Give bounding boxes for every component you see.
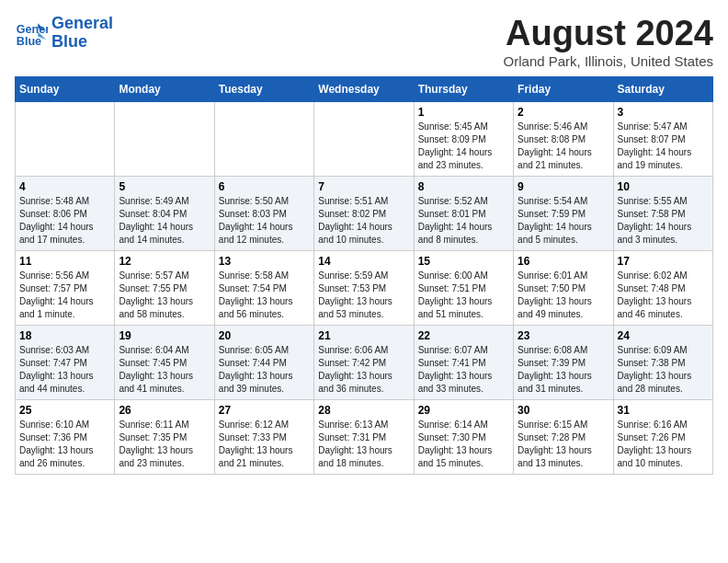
day-info: Sunrise: 5:50 AM Sunset: 8:03 PM Dayligh… [219,195,310,247]
day-number: 17 [618,255,709,268]
calendar-cell: 23Sunrise: 6:08 AM Sunset: 7:39 PM Dayli… [514,325,613,399]
calendar-cell: 6Sunrise: 5:50 AM Sunset: 8:03 PM Daylig… [214,176,313,250]
calendar-cell: 20Sunrise: 6:05 AM Sunset: 7:44 PM Dayli… [214,325,313,399]
calendar-cell [214,101,313,176]
day-number: 5 [119,180,210,193]
logo-icon: General Blue [15,17,48,50]
day-number: 22 [418,329,509,342]
calendar-week-5: 25Sunrise: 6:10 AM Sunset: 7:36 PM Dayli… [16,399,713,474]
day-number: 2 [518,106,609,119]
day-number: 1 [418,106,509,119]
day-number: 29 [418,404,509,417]
calendar-cell: 5Sunrise: 5:49 AM Sunset: 8:04 PM Daylig… [115,176,214,250]
col-header-friday: Friday [514,76,613,101]
calendar-cell: 13Sunrise: 5:58 AM Sunset: 7:54 PM Dayli… [214,250,313,325]
day-info: Sunrise: 6:06 AM Sunset: 7:42 PM Dayligh… [318,344,409,396]
day-number: 15 [418,255,509,268]
col-header-monday: Monday [115,76,214,101]
day-number: 20 [219,329,310,342]
day-info: Sunrise: 5:49 AM Sunset: 8:04 PM Dayligh… [119,195,210,247]
day-number: 13 [219,255,310,268]
day-info: Sunrise: 5:45 AM Sunset: 8:09 PM Dayligh… [418,121,509,172]
col-header-tuesday: Tuesday [214,76,313,101]
calendar-cell: 8Sunrise: 5:52 AM Sunset: 8:01 PM Daylig… [414,176,513,250]
day-number: 8 [418,180,509,193]
calendar-cell: 29Sunrise: 6:14 AM Sunset: 7:30 PM Dayli… [414,399,513,474]
calendar-cell: 15Sunrise: 6:00 AM Sunset: 7:51 PM Dayli… [414,250,513,325]
day-number: 18 [19,329,110,342]
day-info: Sunrise: 6:05 AM Sunset: 7:44 PM Dayligh… [219,344,310,396]
col-header-thursday: Thursday [414,76,513,101]
day-info: Sunrise: 6:16 AM Sunset: 7:26 PM Dayligh… [618,419,709,470]
calendar-cell: 30Sunrise: 6:15 AM Sunset: 7:28 PM Dayli… [514,399,613,474]
calendar-cell: 17Sunrise: 6:02 AM Sunset: 7:48 PM Dayli… [613,250,712,325]
day-info: Sunrise: 5:56 AM Sunset: 7:57 PM Dayligh… [19,270,110,321]
calendar-week-2: 4Sunrise: 5:48 AM Sunset: 8:06 PM Daylig… [16,176,713,250]
day-info: Sunrise: 5:55 AM Sunset: 7:58 PM Dayligh… [618,195,709,247]
calendar-cell: 3Sunrise: 5:47 AM Sunset: 8:07 PM Daylig… [613,101,712,176]
col-header-wednesday: Wednesday [314,76,414,101]
day-number: 23 [518,329,609,342]
calendar-title: August 2024 [504,15,713,53]
day-number: 28 [318,404,409,417]
day-info: Sunrise: 6:00 AM Sunset: 7:51 PM Dayligh… [418,270,509,321]
calendar-cell: 9Sunrise: 5:54 AM Sunset: 7:59 PM Daylig… [514,176,613,250]
day-info: Sunrise: 5:59 AM Sunset: 7:53 PM Dayligh… [318,270,409,321]
day-info: Sunrise: 6:02 AM Sunset: 7:48 PM Dayligh… [618,270,709,321]
day-number: 16 [518,255,609,268]
svg-text:Blue: Blue [17,34,41,47]
calendar-cell: 28Sunrise: 6:13 AM Sunset: 7:31 PM Dayli… [314,399,414,474]
calendar-cell: 27Sunrise: 6:12 AM Sunset: 7:33 PM Dayli… [214,399,313,474]
calendar-cell: 4Sunrise: 5:48 AM Sunset: 8:06 PM Daylig… [16,176,115,250]
calendar-cell: 11Sunrise: 5:56 AM Sunset: 7:57 PM Dayli… [16,250,115,325]
day-info: Sunrise: 5:46 AM Sunset: 8:08 PM Dayligh… [518,121,609,172]
day-number: 31 [618,404,709,417]
day-info: Sunrise: 6:14 AM Sunset: 7:30 PM Dayligh… [418,419,509,470]
calendar-cell: 16Sunrise: 6:01 AM Sunset: 7:50 PM Dayli… [514,250,613,325]
day-info: Sunrise: 5:54 AM Sunset: 7:59 PM Dayligh… [518,195,609,247]
calendar-cell: 26Sunrise: 6:11 AM Sunset: 7:35 PM Dayli… [115,399,214,474]
calendar-cell: 22Sunrise: 6:07 AM Sunset: 7:41 PM Dayli… [414,325,513,399]
day-number: 10 [618,180,709,193]
day-info: Sunrise: 6:07 AM Sunset: 7:41 PM Dayligh… [418,344,509,396]
day-info: Sunrise: 6:09 AM Sunset: 7:38 PM Dayligh… [618,344,709,396]
day-info: Sunrise: 5:51 AM Sunset: 8:02 PM Dayligh… [318,195,409,247]
logo-line2: Blue [51,32,87,51]
calendar-header: SundayMondayTuesdayWednesdayThursdayFrid… [16,76,713,101]
day-info: Sunrise: 6:11 AM Sunset: 7:35 PM Dayligh… [119,419,210,470]
day-number: 9 [518,180,609,193]
day-number: 24 [618,329,709,342]
calendar-cell: 21Sunrise: 6:06 AM Sunset: 7:42 PM Dayli… [314,325,414,399]
day-number: 14 [318,255,409,268]
day-info: Sunrise: 6:08 AM Sunset: 7:39 PM Dayligh… [518,344,609,396]
day-info: Sunrise: 6:01 AM Sunset: 7:50 PM Dayligh… [518,270,609,321]
day-number: 7 [318,180,409,193]
day-number: 12 [119,255,210,268]
day-number: 6 [219,180,310,193]
day-info: Sunrise: 6:15 AM Sunset: 7:28 PM Dayligh… [518,419,609,470]
title-area: August 2024 Orland Park, Illinois, Unite… [504,15,713,69]
col-header-saturday: Saturday [613,76,712,101]
day-info: Sunrise: 5:48 AM Sunset: 8:06 PM Dayligh… [19,195,110,247]
calendar-cell: 7Sunrise: 5:51 AM Sunset: 8:02 PM Daylig… [314,176,414,250]
day-info: Sunrise: 5:57 AM Sunset: 7:55 PM Dayligh… [119,270,210,321]
day-number: 25 [19,404,110,417]
calendar-cell: 25Sunrise: 6:10 AM Sunset: 7:36 PM Dayli… [16,399,115,474]
calendar-subtitle: Orland Park, Illinois, United States [504,53,713,69]
calendar-cell: 2Sunrise: 5:46 AM Sunset: 8:08 PM Daylig… [514,101,613,176]
calendar-cell: 24Sunrise: 6:09 AM Sunset: 7:38 PM Dayli… [613,325,712,399]
day-number: 11 [19,255,110,268]
header: General Blue General Blue August 2024 Or… [15,15,713,69]
logo: General Blue General Blue [15,15,113,52]
logo-line1: General [51,14,113,32]
day-number: 21 [318,329,409,342]
calendar-cell [314,101,414,176]
calendar-cell: 19Sunrise: 6:04 AM Sunset: 7:45 PM Dayli… [115,325,214,399]
day-number: 4 [19,180,110,193]
day-info: Sunrise: 6:10 AM Sunset: 7:36 PM Dayligh… [19,419,110,470]
calendar-cell: 12Sunrise: 5:57 AM Sunset: 7:55 PM Dayli… [115,250,214,325]
day-number: 27 [219,404,310,417]
day-info: Sunrise: 6:03 AM Sunset: 7:47 PM Dayligh… [19,344,110,396]
calendar-cell [115,101,214,176]
calendar-week-4: 18Sunrise: 6:03 AM Sunset: 7:47 PM Dayli… [16,325,713,399]
